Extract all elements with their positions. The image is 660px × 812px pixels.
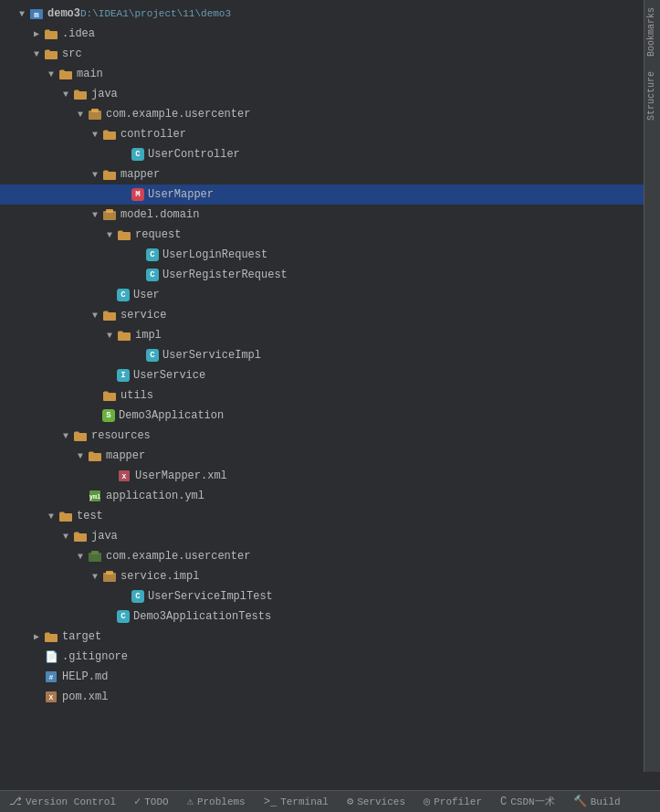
bookmarks-tab[interactable]: Bookmarks (644, 0, 660, 64)
tree-item-HELP.md[interactable]: # HELP.md (0, 667, 660, 687)
tree-label-.gitignore: .gitignore (62, 650, 128, 663)
package-icon (102, 208, 117, 221)
tree-arrow[interactable]: ▼ (102, 331, 117, 341)
tree-item-Demo3ApplicationTests[interactable]: CDemo3ApplicationTests (0, 606, 660, 627)
tree-label-test: test (77, 510, 103, 522)
todo-icon: ✓ (134, 795, 141, 808)
csdn-label: CSDN一术 (510, 795, 554, 808)
tree-item-UserMapper.xml[interactable]: X UserMapper.xml (0, 466, 660, 486)
tree-label-java: java (91, 88, 118, 100)
tree-label-controller: controller (120, 128, 186, 141)
tree-item-UserRegisterRequest[interactable]: CUserRegisterRequest (0, 265, 660, 285)
tree-item-service[interactable]: ▼ service (0, 305, 660, 325)
structure-tab[interactable]: Structure (644, 64, 660, 128)
class-spring-icon: S (102, 409, 115, 422)
profiler-icon: ◎ (424, 795, 430, 808)
version-control-icon: ⎇ (9, 795, 22, 808)
md-icon: # (44, 670, 58, 683)
folder-icon (73, 530, 88, 543)
tree-item-UserService[interactable]: IUserService (0, 365, 660, 385)
tree-item-java-test[interactable]: ▼ java (0, 526, 660, 546)
project-path: D:\IDEA1\project\11\demo3 (80, 8, 231, 19)
tree-item-test[interactable]: ▼ test (0, 506, 660, 526)
tree-item-com.example.usercenter[interactable]: ▼ com.example.usercenter (0, 104, 660, 124)
tree-item-demo3[interactable]: ▼ m demo3 D:\IDEA1\project\11\demo3 (0, 4, 660, 24)
tree-item-UserServiceImplTest[interactable]: CUserServiceImplTest (0, 586, 660, 606)
svg-rect-3 (91, 109, 99, 112)
tree-item-service.impl[interactable]: ▼ service.impl (0, 566, 660, 586)
tree-item-main[interactable]: ▼ main (0, 64, 660, 84)
bottom-tab-todo[interactable]: ✓TODO (125, 791, 178, 812)
folder-icon (73, 429, 88, 442)
tree-arrow[interactable]: ▼ (88, 572, 102, 582)
folder-icon (73, 88, 88, 100)
tree-arrow[interactable]: ▼ (88, 130, 102, 140)
bottom-tab-csdn[interactable]: CCSDN一术 (491, 791, 564, 812)
tree-item-mapper[interactable]: ▼ mapper (0, 164, 660, 185)
tree-label-pom.xml: pom.xml (62, 691, 108, 703)
tree-item-User[interactable]: CUser (0, 285, 660, 305)
tree-item-src[interactable]: ▼ src (0, 44, 660, 64)
tree-item-UserMapper[interactable]: MUserMapper (0, 185, 660, 205)
bottom-tab-services[interactable]: ⚙Services (338, 791, 414, 812)
tree-arrow[interactable]: ▼ (73, 451, 88, 461)
tree-item-impl[interactable]: ▼ impl (0, 325, 660, 345)
yml-icon: yml (88, 490, 102, 502)
tree-item-controller[interactable]: ▼ controller (0, 124, 660, 144)
tree-arrow[interactable]: ▶ (29, 28, 44, 39)
tree-label-UserLoginRequest: UserLoginRequest (162, 248, 267, 261)
tree-arrow[interactable]: ▼ (73, 110, 88, 120)
tree-label-HELP.md: HELP.md (62, 670, 108, 683)
tree-label-src: src (62, 47, 82, 60)
interface-icon: I (117, 369, 130, 382)
tree-item-resources[interactable]: ▼ resources (0, 426, 660, 446)
tree-label-model.domain: model.domain (120, 208, 199, 221)
tree-arrow[interactable]: ▼ (58, 532, 73, 542)
tree-arrow[interactable]: ▼ (102, 230, 117, 240)
version-control-label: Version Control (26, 796, 116, 807)
bottom-tab-build[interactable]: 🔨Build (564, 791, 630, 812)
tree-item-target[interactable]: ▶ target (0, 627, 660, 647)
class-icon: C (131, 148, 144, 161)
tree-label-User: User (133, 289, 160, 301)
tree-item-com.example.usercenter-test[interactable]: ▼ com.example.usercenter (0, 546, 660, 566)
bottom-tab-terminal[interactable]: >_Terminal (255, 791, 338, 812)
tree-item-model.domain[interactable]: ▼ model.domain (0, 205, 660, 225)
folder-icon (44, 27, 58, 40)
tree-item-UserServiceImpl[interactable]: CUserServiceImpl (0, 345, 660, 365)
tree-item-UserLoginRequest[interactable]: CUserLoginRequest (0, 245, 660, 265)
tree-arrow[interactable]: ▶ (29, 631, 44, 642)
tree-item-mapper-res[interactable]: ▼ mapper (0, 446, 660, 466)
folder-icon (58, 68, 73, 80)
tree-arrow[interactable]: ▼ (88, 311, 102, 321)
tree-arrow[interactable]: ▼ (44, 511, 58, 522)
tree-label-UserController: UserController (148, 148, 240, 161)
bottom-tab-problems[interactable]: ⚠Problems (178, 791, 255, 812)
tree-arrow[interactable]: ▼ (73, 552, 88, 562)
tree-item-.gitignore[interactable]: 📄.gitignore (0, 647, 660, 667)
terminal-label: Terminal (280, 796, 329, 807)
folder-icon (117, 228, 131, 241)
tree-arrow[interactable]: ▼ (29, 49, 44, 59)
terminal-icon: >_ (264, 796, 277, 808)
tree-item-application.yml[interactable]: yml application.yml (0, 486, 660, 506)
tree-arrow[interactable]: ▼ (15, 9, 29, 19)
tree-label-UserMapper.xml: UserMapper.xml (135, 469, 227, 482)
tree-item-pom.xml[interactable]: X pom.xml (0, 687, 660, 707)
tree-arrow[interactable]: ▼ (88, 210, 102, 220)
tree-item-Demo3Application[interactable]: SDemo3Application (0, 406, 660, 426)
tree-label-Demo3ApplicationTests: Demo3ApplicationTests (133, 610, 271, 623)
file-tree[interactable]: ▼ m demo3 D:\IDEA1\project\11\demo3▶ .id… (0, 0, 660, 750)
tree-item-idea[interactable]: ▶ .idea (0, 24, 660, 44)
tree-arrow[interactable]: ▼ (58, 90, 73, 100)
bottom-tab-profiler[interactable]: ◎Profiler (414, 791, 491, 812)
bottom-tab-version-control[interactable]: ⎇Version Control (0, 791, 125, 812)
tree-arrow[interactable]: ▼ (88, 170, 102, 180)
tree-arrow[interactable]: ▼ (44, 69, 58, 79)
tree-item-UserController[interactable]: CUserController (0, 144, 660, 164)
profiler-label: Profiler (434, 796, 482, 807)
tree-item-utils[interactable]: utils (0, 385, 660, 406)
tree-item-java[interactable]: ▼ java (0, 84, 660, 104)
tree-arrow[interactable]: ▼ (58, 431, 73, 441)
tree-item-request[interactable]: ▼ request (0, 225, 660, 245)
